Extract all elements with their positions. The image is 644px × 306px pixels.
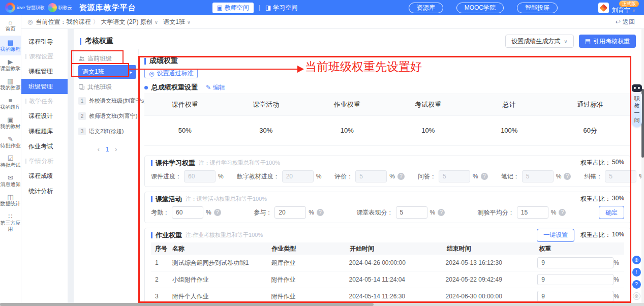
mooc-college-button[interactable]: MOOC学院 [456, 3, 504, 13]
user-menu[interactable]: 刘育宁 ∨ [612, 7, 636, 14]
homework-weight-input-3[interactable] [537, 291, 614, 302]
attendance-input[interactable] [172, 206, 203, 219]
breadcrumb-class-dropdown[interactable]: 语文1班∨ [163, 18, 191, 26]
current-class-header: 当前班级 [78, 52, 136, 65]
submenu-item-course-management[interactable]: 课程管理 [21, 64, 68, 79]
class-pagination: ‹ 1 › [78, 146, 136, 153]
homework-weight-input-1[interactable] [537, 257, 614, 268]
rail-item-third-party[interactable]: ∷第三方应用 [0, 210, 21, 235]
vertical-scrollbar-track[interactable] [641, 29, 644, 303]
homework-weight-section: 作业权重 注:作业考核权重总和等于100% 一键设置 权重占比：10% [144, 228, 631, 306]
activity-ratio: 权重占比：30% [580, 195, 624, 203]
col-exam-weight: 考试权重 [388, 94, 469, 115]
help-icon[interactable]: ? [214, 209, 221, 216]
pending-homework-icon: ✎ [0, 135, 21, 143]
submenu-item-course-question-bank[interactable]: 课程题库 [21, 124, 68, 139]
breadcrumb-bar: ◎ 当前位置： 我的课程 〉 大学语文 (2P) 原创∨ 语文1班∨ ↩返回 [21, 15, 644, 29]
teacher-space-tab[interactable]: ▣ 教师空间 [212, 3, 254, 13]
breadcrumb-prefix: 当前位置： [36, 18, 66, 26]
field-qa: 问答：%? [418, 170, 488, 182]
class-item-1[interactable]: 1外校语文班级(刘育宁sy) [78, 93, 136, 108]
col-homework-weight: 作业权重 [306, 94, 388, 115]
notes-input [522, 170, 554, 182]
class-list-panel: 当前班级 语文1班 ▸ 其他班级 1外校语文班级(刘育宁sy) [76, 49, 138, 306]
val-homework-weight: 10% [306, 116, 388, 145]
pagination-next[interactable]: › [115, 146, 117, 153]
zhijiaoyun-logo-icon [48, 3, 57, 12]
main-panel: 考核权重 设置成绩生成方式∨ ▤引用考核权重 当前班级 [74, 29, 644, 306]
chevron-down-icon: ∨ [632, 8, 635, 13]
submenu-item-class-management[interactable]: 班级管理 [21, 79, 68, 94]
activity-confirm-button[interactable]: 确定 [599, 206, 624, 219]
rail-item-pending-homework[interactable]: ✎待批作业 [0, 133, 21, 152]
resource-library-button[interactable]: 资源库 [409, 3, 443, 13]
homework-row-2: 2 小组附件作业 附件作业 2024-05-14 11:24:04 2024-0… [151, 271, 624, 288]
field-class-performance: 课堂表现分：%? [357, 206, 445, 219]
summary-weight-table: 课件权重 课堂活动 作业权重 考试权重 总计 通过标准 50% 30% [144, 94, 631, 146]
submenu-group-course-settings: 课程设置 [21, 49, 68, 64]
vocational-assistant-widget[interactable]: 职教一问 [632, 84, 642, 127]
feedback-icon[interactable]: ! [632, 268, 641, 277]
summary-header-row: 课件权重 课堂活动 作业权重 考试权重 总计 通过标准 [144, 94, 631, 116]
val-pass-standard: 60分 [550, 116, 631, 145]
submenu-item-course-grades[interactable]: 课程成绩 [21, 168, 68, 183]
edit-total-weight-link[interactable]: ✎ 编辑 [206, 83, 225, 92]
help-icon[interactable]: ? [317, 209, 324, 216]
top-links: 资源库 MOOC学院 智能投屏 [409, 3, 558, 13]
help-icon[interactable]: ? [559, 209, 566, 216]
rail-item-question-bank[interactable]: ≡我的题库 [0, 94, 21, 113]
activity-section-note: 注：课堂活动权重总和等于100% [186, 195, 267, 203]
rail-item-statistics[interactable]: ◫数据统计 [0, 191, 21, 210]
homework-row-1: 1 测试综合题同步到试卷功能1 题库作业 2024-04-26 00:00:00… [151, 255, 624, 271]
collapse-toolbar-icon[interactable]: ⊗ [633, 292, 640, 300]
pagination-prev[interactable]: ‹ [98, 146, 100, 153]
quote-assessment-weight-button[interactable]: ▤引用考核权重 [579, 35, 636, 48]
student-space-tab[interactable]: ◨ 学习空间 [265, 4, 297, 12]
rail-item-pending-exams[interactable]: ☑待批考试 [0, 152, 21, 171]
breadcrumb-my-courses[interactable]: 我的课程 [66, 18, 90, 26]
pending-exam-icon: ☑ [0, 155, 21, 162]
people-icon [78, 55, 85, 62]
total-weight-settings-label: 总成绩权重设置 [144, 83, 198, 92]
submenu-item-homework-exam[interactable]: 作业考试 [21, 139, 68, 154]
back-link[interactable]: ↩返回 [616, 18, 635, 26]
help-icon[interactable]: ? [564, 173, 571, 180]
help-icon[interactable]: ? [438, 209, 445, 216]
submenu-item-course-design[interactable]: 课程设计 [21, 108, 68, 124]
field-error-correction: 纠错：%? [584, 170, 644, 182]
rail-item-textbooks[interactable]: ▣我的教材 [0, 113, 21, 133]
help-circle-icon[interactable]: ? [632, 280, 641, 289]
breadcrumb-course-dropdown[interactable]: 大学语文 (2P) 原创∨ [101, 18, 158, 26]
class-performance-input[interactable] [396, 206, 427, 219]
help-icon[interactable]: ? [481, 173, 488, 180]
submenu-group-learning-analysis: 学情分析 [21, 154, 68, 168]
class-item-2[interactable]: 2教师语文班(刘育宁) [78, 108, 136, 124]
homework-weight-input-2[interactable] [537, 274, 614, 285]
grade-generation-mode-button[interactable]: 设置成绩生成方式∨ [505, 35, 573, 48]
quiz-average-input[interactable] [517, 206, 548, 219]
service-globe-icon[interactable]: ⊕ [632, 256, 641, 264]
submenu-item-course-guide[interactable]: 课程引导 [21, 34, 68, 49]
gear-icon: ◎ [149, 70, 154, 77]
rail-item-classroom-teaching[interactable]: ▶课堂教学 [0, 55, 21, 75]
breadcrumb-separator: 〉 [93, 18, 99, 26]
rail-item-my-resources[interactable]: ▦我的资源 [0, 75, 21, 94]
horizontal-scrollbar-thumb[interactable] [0, 303, 374, 306]
one-key-setting-button[interactable]: 一键设置 [537, 229, 574, 242]
submenu-item-statistical-analysis[interactable]: 统计分析 [21, 183, 68, 199]
rail-item-my-courses[interactable]: ▤我的课程 [0, 36, 21, 55]
rail-item-notifications[interactable]: ✉消息通知 [0, 171, 21, 191]
rail-item-home[interactable]: ⌂首页 [0, 15, 21, 36]
help-icon[interactable]: ? [397, 173, 405, 180]
set-pass-standard-button[interactable]: ◎ 设置通过标准 [144, 69, 198, 78]
participation-input[interactable] [274, 206, 306, 219]
class-item-3[interactable]: 3语文2班(徐超) [78, 124, 136, 139]
pagination-page-1[interactable]: 1 [106, 146, 109, 153]
error-correction-input [605, 170, 636, 182]
class-activity-section: 课堂活动 注：课堂活动权重总和等于100% 权重占比：30% 考勤：%? 参与：… [144, 192, 631, 223]
smart-cast-button[interactable]: 智能投屏 [517, 3, 558, 13]
col-total: 总计 [469, 94, 550, 115]
current-class-item-selected[interactable]: 语文1班 ▸ [78, 65, 136, 79]
field-participation: 参与：%? [254, 206, 324, 219]
field-evaluation: 评价：%? [334, 170, 405, 182]
